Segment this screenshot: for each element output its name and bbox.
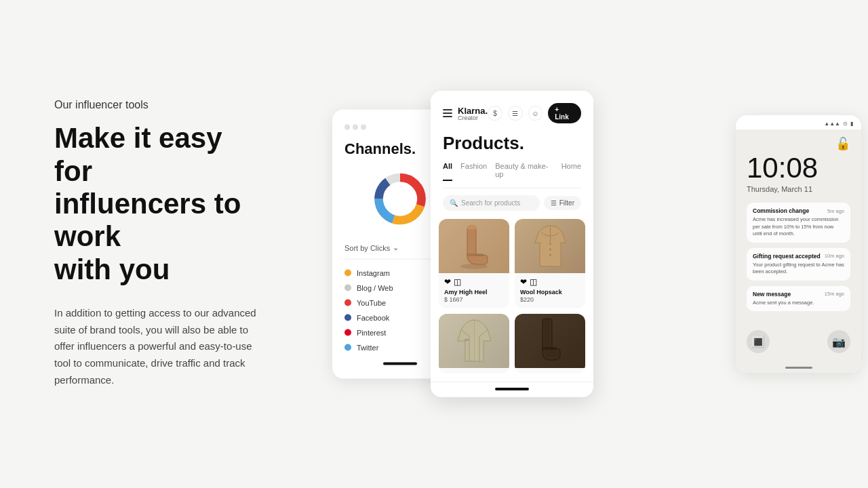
tab-home[interactable]: Home [561,162,581,181]
channel-name: Instagram [357,269,390,277]
link-button[interactable]: + Link [548,103,581,123]
dot-1 [344,124,350,129]
channel-left: YouTube [344,299,386,307]
product-name-boot: Amy High Heel [439,287,509,296]
products-card: Klarna. Creator $ ☰ ☺ + Link Products. A… [431,91,593,397]
channel-name: Blog / Web [357,284,393,292]
product-image-boots2 [515,314,585,368]
search-input[interactable]: 🔍 Search for products [443,195,540,211]
product-image-coat [515,219,585,273]
channel-color-dot [344,285,351,291]
notification-message: New message 15m ago Acme sent you a mess… [747,286,850,312]
product-card-boot: ❤ ◫ Amy High Heel $ 1667 [439,219,509,308]
channel-color-dot [344,270,351,277]
channel-color-dot [344,329,351,336]
left-content: Our influencer tools Make it easy for in… [0,99,312,388]
product-price-coat: $220 [515,296,585,308]
product-card-coat: ❤ ◫ Wool Hopsack $220 [515,219,585,308]
products-title: Products. [443,133,581,154]
notification-commission: Commission change 5m ago Acme has increa… [747,203,850,243]
svg-point-5 [384,183,416,215]
share-icon-boot[interactable]: ◫ [454,277,461,287]
lock-status-bar: ▲▲▲ ⊙ ▮ [736,115,861,129]
channel-left: Facebook [344,314,389,322]
channel-left: Pinterest [344,329,386,337]
bottom-indicator [383,363,417,365]
search-icon: 🔍 [450,199,458,207]
channel-color-dot [344,344,351,351]
products-grid: ❤ ◫ Amy High Heel $ 1667 [431,219,593,382]
lock-date: Thursday, March 11 [747,185,850,193]
notif-body-3: Acme sent you a message. [753,300,844,307]
svg-point-9 [549,249,551,251]
product-image-jacket [439,314,509,368]
channel-color-dot [344,314,351,321]
channel-name: YouTube [357,299,386,307]
signal-icon: ▲▲▲ [824,121,840,127]
svg-point-8 [549,243,551,245]
camera-icon[interactable]: 📷 [827,330,850,353]
filter-icon: ☰ [551,199,557,207]
user-icon[interactable]: ☺ [528,106,543,121]
dot-2 [353,124,358,129]
svg-rect-7 [467,253,484,256]
channel-name: Twitter [357,344,378,352]
tab-all[interactable]: All [443,162,452,181]
channel-left: Blog / Web [344,284,393,292]
notif-title-1: Commission change [753,207,809,214]
battery-icon: ▮ [850,121,853,127]
filter-button[interactable]: ☰ Filter [544,196,581,210]
ui-mockups: ‹ › Channels. Sort by Clicks ⌄ [312,0,868,488]
flashlight-icon[interactable]: 🔳 [747,330,770,353]
svg-point-10 [549,254,551,256]
channel-left: Twitter [344,344,378,352]
lock-icon: 🔓 [835,136,850,151]
channel-color-dot [344,300,351,306]
products-bottom-indicator [495,388,529,390]
svg-rect-12 [542,347,557,350]
section-label: Our influencer tools [54,99,258,111]
lock-bottom-indicator [785,367,812,369]
dot-3 [361,124,366,129]
share-icon-coat[interactable]: ◫ [530,277,537,287]
wifi-icon: ⊙ [843,121,848,127]
product-price-boot: $ 1667 [439,296,509,308]
heart-icon-boot[interactable]: ❤ [444,277,451,287]
channel-name: Facebook [357,314,389,322]
product-card-jacket [439,314,509,373]
heart-icon-coat[interactable]: ❤ [520,277,527,287]
channel-left: Instagram [344,269,390,277]
products-tabs: All Fashion Beauty & make-up Home [443,162,581,188]
search-row: 🔍 Search for products ☰ Filter [443,195,581,211]
notifications-list: Commission change 5m ago Acme has increa… [747,203,850,311]
klarna-nav: Klarna. Creator $ ☰ ☺ + Link [443,103,581,123]
product-image-boot [439,219,509,273]
product-name-coat: Wool Hopsack [515,287,585,296]
notif-time-1: 5m ago [827,208,844,214]
tab-fashion[interactable]: Fashion [460,162,487,181]
lock-time: 10:08 [747,154,850,182]
main-heading: Make it easy for influencers to work wit… [54,122,258,285]
product-card-boots2 [515,314,585,373]
message-icon[interactable]: ☰ [508,106,523,121]
notification-gifting: Gifting request accepted 10m ago Your pr… [747,248,850,281]
notif-title-2: Gifting request accepted [753,253,821,260]
lock-bottom: 🔳 📷 [736,322,861,361]
notif-body-2: Your product gifting request to Acme has… [753,262,844,276]
tab-beauty[interactable]: Beauty & make-up [495,162,553,181]
lock-screen-card: ▲▲▲ ⊙ ▮ 🔓 10:08 Thursday, March 11 Commi… [736,115,861,373]
description-text: In addition to getting access to our adv… [54,305,258,389]
notif-body-1: Acme has increased your commission per s… [753,216,844,238]
notif-title-3: New message [753,291,791,298]
notif-time-3: 15m ago [825,291,844,297]
notif-time-2: 10m ago [825,253,844,259]
svg-rect-11 [465,339,469,341]
hamburger-icon[interactable] [443,109,452,117]
dollar-icon[interactable]: $ [488,106,502,121]
channel-name: Pinterest [357,329,386,337]
search-placeholder: Search for products [461,199,520,207]
